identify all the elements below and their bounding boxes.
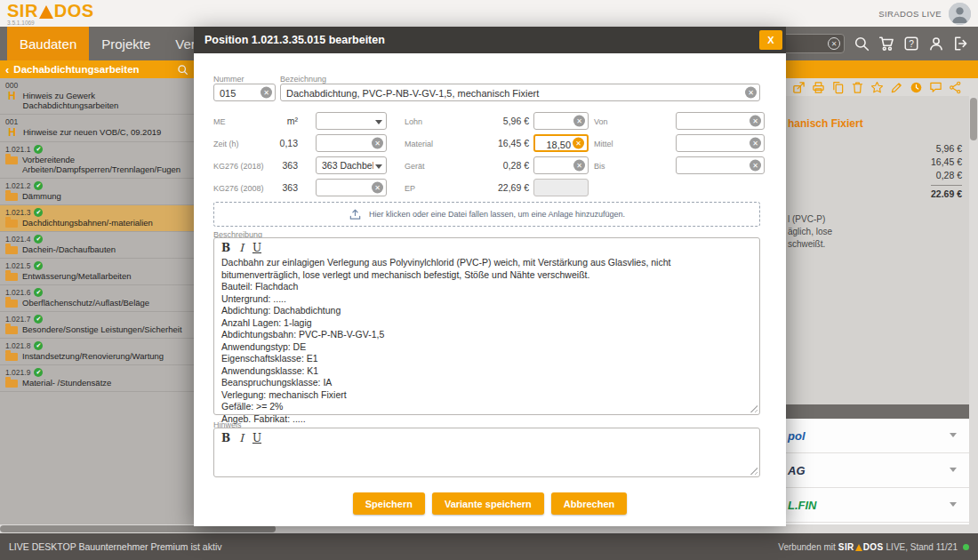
sidebar-search-icon[interactable]: [177, 64, 188, 76]
cart-icon[interactable]: [878, 36, 894, 52]
bold-button[interactable]: B: [221, 242, 230, 254]
copy-icon[interactable]: [831, 81, 845, 94]
comment-icon[interactable]: [929, 81, 942, 94]
dialog-button[interactable]: Variante speichern: [432, 492, 544, 515]
item-number: 1.021.9: [5, 368, 30, 377]
logo-triangle-icon: [39, 5, 53, 19]
sidebar-title: Dachabdichtungsarbeiten: [13, 64, 172, 75]
nummer-field[interactable]: [213, 84, 276, 101]
clear-icon[interactable]: [372, 182, 383, 194]
clear-icon[interactable]: [573, 160, 585, 172]
list-item[interactable]: 1.021.2 ✔ H Dämmung: [0, 179, 194, 205]
list-item[interactable]: 1.021.5 ✔ H Entwässerung/Metallarbeiten: [0, 259, 194, 285]
clear-icon[interactable]: [745, 87, 757, 99]
vertical-scrollbar[interactable]: [969, 96, 978, 524]
field-label-mittel: Mittel: [594, 140, 613, 148]
clear-icon[interactable]: [750, 138, 761, 149]
back-chevron-icon[interactable]: ‹: [5, 64, 9, 76]
richtext-toolbar: B I U: [214, 238, 759, 254]
list-item[interactable]: 1.021.9 ✔ H Material- /Stundensätze: [0, 365, 194, 392]
price-total: 22.69 €: [931, 185, 962, 201]
logo-text-sir: SIR: [7, 2, 38, 20]
material-field[interactable]: [533, 134, 589, 152]
delete-icon[interactable]: [851, 81, 864, 94]
underline-button[interactable]: U: [253, 432, 261, 444]
price-value: 0,28 €: [931, 169, 962, 182]
item-number-row: 1.021.7 ✔: [5, 315, 188, 324]
clear-icon[interactable]: [261, 87, 272, 99]
logout-icon[interactable]: [953, 36, 969, 52]
clear-icon[interactable]: [750, 116, 761, 127]
bis-field[interactable]: [676, 156, 765, 174]
user-icon[interactable]: [928, 36, 944, 52]
von-field[interactable]: [676, 112, 765, 130]
list-item[interactable]: 1.021.3 ✔ H Dachdichtungsbahnen/-materia…: [0, 205, 194, 232]
edit-icon[interactable]: [890, 81, 903, 94]
list-item[interactable]: 000 ✔ H Hinweis zu Gewerk Dachabdichtung…: [0, 78, 194, 115]
field-label-zeit: Zeit (h): [213, 140, 239, 148]
bezeichnung-input[interactable]: [281, 85, 759, 101]
list-item[interactable]: 1.021.7 ✔ H Besondere/Sonstige Leistunge…: [0, 312, 194, 339]
description-fragment: äglich, lose: [788, 226, 832, 238]
close-button[interactable]: X: [759, 30, 782, 50]
clear-icon[interactable]: [750, 160, 761, 172]
field-label-bezeichnung: Bezeichnung: [280, 75, 326, 84]
bezeichnung-field[interactable]: [280, 84, 760, 101]
search-icon[interactable]: [854, 36, 870, 52]
underline-button[interactable]: U: [253, 242, 261, 254]
geraet-field[interactable]: [533, 156, 589, 174]
chevron-down-icon[interactable]: [950, 502, 957, 507]
list-item[interactable]: 1.021.4 ✔ H Dachein-/Dachaufbauten: [0, 232, 194, 259]
dialog-button[interactable]: Speichern: [353, 492, 425, 515]
item-number: 1.021.8: [5, 341, 30, 350]
check-icon: ✔: [34, 315, 43, 324]
clear-icon[interactable]: [573, 116, 585, 127]
italic-button[interactable]: I: [239, 432, 244, 444]
zeit-field[interactable]: [316, 134, 387, 152]
avatar[interactable]: [949, 3, 971, 25]
scrollbar-thumb[interactable]: [970, 98, 977, 140]
clear-icon[interactable]: [573, 138, 584, 149]
clear-search-icon[interactable]: [828, 37, 840, 50]
attachment-dropzone[interactable]: Hier klicken oder eine Datei fallen lass…: [213, 202, 760, 227]
dialog-titlebar: Position 1.021.3.35.015 bearbeiten X: [194, 27, 786, 53]
lohn-field[interactable]: [533, 112, 589, 130]
dialog-title: Position 1.021.3.35.015 bearbeiten: [194, 34, 759, 46]
print-icon[interactable]: [812, 81, 825, 94]
list-item[interactable]: 1.021.1 ✔ H Vorbereitende Arbeiten/Dampf…: [0, 142, 194, 179]
list-item[interactable]: 1.021.6 ✔ H Oberflächenschutz/Auflast/Be…: [0, 285, 194, 312]
favorite-icon[interactable]: [870, 81, 884, 94]
item-number: 1.021.7: [5, 315, 30, 324]
mittel-field[interactable]: [676, 134, 765, 152]
folder-icon: [5, 220, 18, 228]
history-icon[interactable]: [910, 81, 923, 94]
export-icon[interactable]: [792, 81, 806, 94]
upload-hint: Hier klicken oder eine Datei fallen lass…: [369, 210, 625, 219]
nav-tab[interactable]: Projekte: [89, 27, 163, 60]
richtext-toolbar: B I U: [214, 428, 759, 444]
list-item[interactable]: 1.021.8 ✔ H Instandsetzung/Renovierung/W…: [0, 339, 194, 365]
nav-tab[interactable]: Baudaten: [7, 27, 89, 60]
lohn-current-value: 5,96 €: [461, 112, 529, 130]
help-icon[interactable]: ?: [903, 36, 919, 52]
upload-icon: [349, 208, 362, 221]
list-item[interactable]: 001 ✔ H Hinweise zur neuen VOB/C, 09.201…: [0, 115, 194, 142]
chevron-down-icon[interactable]: [950, 468, 957, 472]
kg2008-field[interactable]: [316, 179, 387, 196]
bold-button[interactable]: B: [221, 432, 230, 444]
me-select[interactable]: [316, 112, 387, 130]
share-icon[interactable]: [949, 81, 962, 94]
hinweis-text[interactable]: [214, 444, 759, 451]
item-label: Entwässerung/Metallarbeiten: [22, 271, 132, 281]
dialog-button[interactable]: Abbrechen: [551, 492, 627, 515]
scrollbar-thumb[interactable]: [0, 525, 276, 532]
italic-button[interactable]: I: [239, 242, 244, 254]
beschreibung-text[interactable]: Dachbahn zur einlagigen Verlegung aus Po…: [214, 254, 759, 428]
clear-icon[interactable]: [372, 138, 383, 149]
item-number-row: 1.021.5 ✔: [5, 261, 188, 270]
me-current-value: m²: [247, 112, 298, 130]
chevron-down-icon[interactable]: [950, 433, 957, 437]
item-number-row: 1.021.3 ✔: [5, 208, 188, 217]
kg2018-select[interactable]: 363 Dachbeläge: [316, 156, 387, 174]
price-summary: 5,96 €16,45 €0,28 € 22.69 €: [931, 142, 962, 201]
